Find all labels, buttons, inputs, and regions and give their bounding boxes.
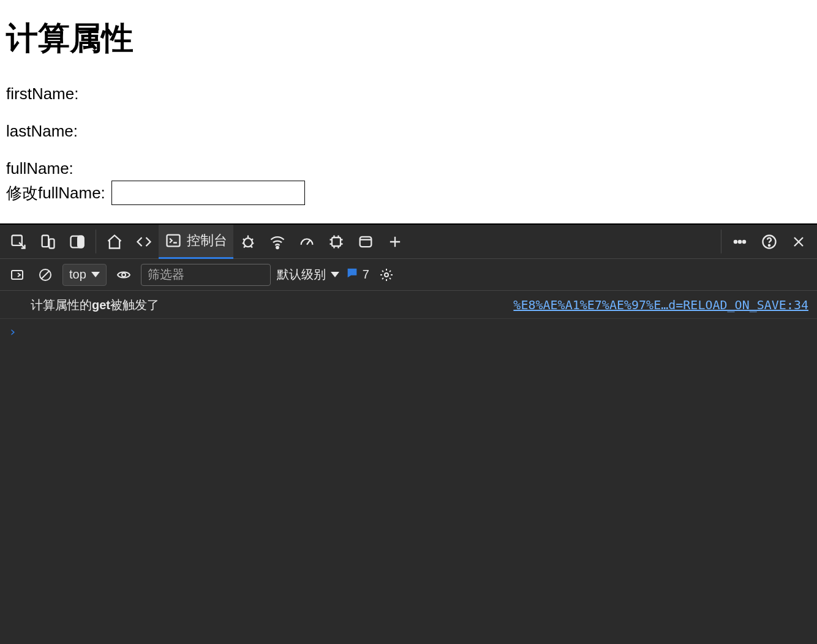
console-output: 计算属性的get被触发了 %E8%AE%A1%E7%AE%97%E…d=RELO… (0, 291, 817, 644)
tab-console[interactable]: 控制台 (159, 225, 233, 259)
issues-button[interactable]: 7 (345, 266, 369, 283)
page-title: 计算属性 (6, 17, 811, 60)
close-devtools-button[interactable] (784, 225, 813, 259)
svg-rect-2 (49, 239, 54, 248)
more-options-button[interactable] (725, 225, 755, 259)
context-selector-label: top (69, 268, 86, 282)
chip-icon (328, 233, 345, 250)
svg-point-14 (769, 244, 770, 245)
tab-application[interactable] (351, 225, 380, 259)
dots-icon (731, 233, 748, 250)
chevron-down-icon (91, 272, 100, 277)
help-icon (761, 233, 778, 250)
clear-icon (38, 268, 53, 282)
label-fullname: fullName: (6, 159, 811, 178)
home-icon (106, 233, 123, 250)
tab-elements[interactable] (129, 225, 159, 259)
console-prompt[interactable]: › (0, 319, 817, 344)
label-edit-fullname: 修改fullName: (6, 182, 105, 204)
console-log-source-link[interactable]: %E8%AE%A1%E7%AE%97%E…d=RELOAD_ON_SAVE:34 (513, 298, 808, 312)
dock-side-icon[interactable] (62, 225, 92, 259)
console-toolbar: top 默认级别 7 (0, 259, 817, 291)
gear-icon (379, 268, 394, 282)
plus-icon (386, 233, 404, 250)
log-text-prefix: 计算属性的 (31, 298, 92, 312)
window-icon (357, 233, 374, 250)
svg-point-17 (122, 273, 126, 277)
tab-console-label: 控制台 (187, 231, 227, 250)
filter-input[interactable] (141, 264, 271, 286)
tab-more[interactable] (380, 225, 410, 259)
toggle-sidebar-button[interactable] (6, 264, 28, 286)
inspect-element-icon[interactable] (4, 225, 33, 259)
tab-welcome[interactable] (100, 225, 129, 259)
svg-point-11 (739, 240, 741, 242)
tab-performance[interactable] (292, 225, 322, 259)
console-settings-button[interactable] (375, 264, 397, 286)
clear-console-button[interactable] (34, 264, 56, 286)
log-text-bold: get (92, 298, 110, 312)
issues-count: 7 (363, 268, 369, 282)
devtools-panel: 控制台 (0, 223, 817, 644)
svg-rect-4 (78, 236, 83, 247)
svg-point-10 (734, 240, 737, 242)
chat-icon (345, 266, 359, 283)
edit-fullname-row: 修改fullName: (6, 181, 811, 205)
wifi-icon (269, 233, 286, 250)
devtools-tabstrip: 控制台 (0, 225, 817, 259)
context-selector[interactable]: top (62, 264, 107, 286)
tab-separator-right (721, 230, 721, 253)
bug-icon (239, 233, 257, 250)
gauge-icon (298, 233, 315, 250)
svg-point-18 (385, 273, 388, 277)
tab-network[interactable] (263, 225, 292, 259)
close-icon (790, 233, 807, 250)
code-icon (135, 233, 152, 250)
svg-point-12 (743, 240, 745, 242)
eye-icon (116, 268, 131, 282)
sidebar-icon (10, 268, 24, 282)
tab-memory[interactable] (322, 225, 351, 259)
help-button[interactable] (755, 225, 784, 259)
svg-rect-1 (42, 235, 49, 247)
tab-separator (96, 230, 96, 253)
chevron-down-icon (331, 272, 339, 277)
live-expression-button[interactable] (113, 264, 135, 286)
fullname-input[interactable] (111, 181, 305, 205)
svg-rect-8 (332, 238, 341, 246)
log-text-suffix: 被触发了 (110, 298, 159, 312)
console-log-message: 计算属性的get被触发了 (31, 297, 159, 313)
log-level-selector[interactable]: 默认级别 (277, 266, 339, 283)
svg-rect-5 (167, 235, 180, 247)
device-toggle-icon[interactable] (33, 225, 62, 259)
label-lastname: lastName: (6, 122, 811, 141)
console-log-row: 计算属性的get被触发了 %E8%AE%A1%E7%AE%97%E…d=RELO… (0, 291, 817, 319)
label-firstname: firstName: (6, 84, 811, 103)
log-level-label: 默认级别 (277, 266, 326, 283)
page-content: 计算属性 firstName: lastName: fullName: 修改fu… (0, 0, 817, 223)
svg-point-7 (276, 246, 279, 249)
console-icon (165, 232, 182, 249)
svg-rect-9 (360, 236, 372, 246)
tab-sources[interactable] (233, 225, 263, 259)
